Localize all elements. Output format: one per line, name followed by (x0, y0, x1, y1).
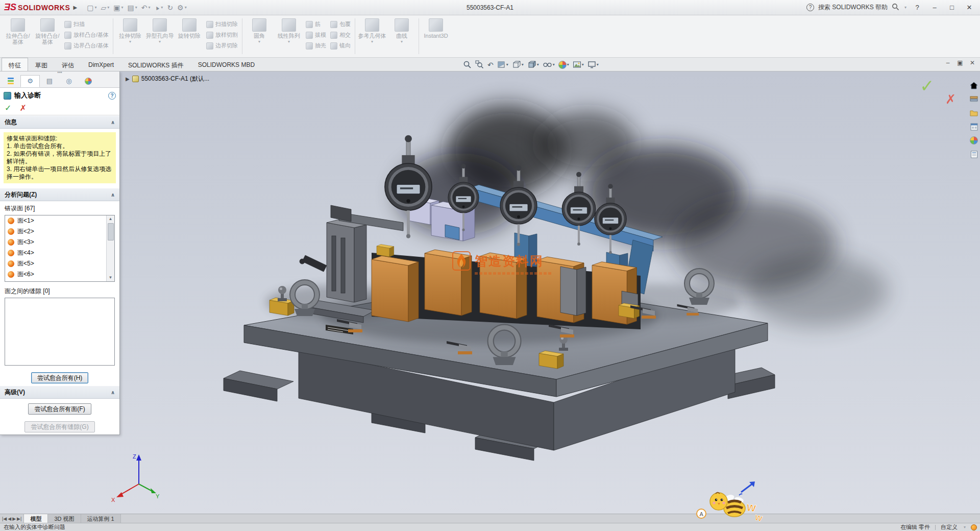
revolved-boss-button[interactable]: 旋转凸台/基体 (33, 17, 62, 56)
face-list-item[interactable]: 面<5> (5, 258, 114, 269)
tab-solidworks-mbd[interactable]: SOLIDWORKS MBD (191, 58, 262, 71)
scroll-down-icon[interactable]: ▼ (109, 274, 113, 281)
save-button[interactable]: ▣▾ (112, 3, 125, 13)
revolved-cut-button[interactable]: 旋转切除 (175, 17, 204, 56)
tab-dimxpert-manager[interactable]: ◎ (59, 75, 79, 88)
home-icon[interactable] (969, 81, 978, 90)
face-list-item[interactable]: 面<3> (5, 237, 114, 248)
view-orientation-button[interactable]: ▾ (511, 60, 525, 69)
graphics-area[interactable]: Z X Y ▶ 55003563-CF-A1 (默认... ✓ ✗ (0, 71, 980, 514)
section-view-button[interactable]: ▾ (496, 60, 509, 69)
section-info[interactable]: 信息 ∧ (0, 115, 119, 129)
view-settings-button[interactable]: ▾ (586, 60, 600, 69)
heal-all-gaps-button[interactable]: 尝试愈合所有缝隙(G) (24, 421, 94, 432)
flyout-tree-node[interactable]: ▶ 55003563-CF-A1 (默认... (126, 75, 209, 83)
face-list-item[interactable]: 面<7> (5, 280, 114, 282)
maximize-button[interactable]: □ (945, 4, 959, 11)
doc-restore-button[interactable]: ▣ (955, 59, 965, 66)
tab-features[interactable]: 特征 (2, 58, 28, 71)
face-list-item[interactable]: 面<2> (5, 226, 114, 237)
display-style-button[interactable]: ▾ (526, 60, 540, 69)
tab-evaluate[interactable]: 评估 (55, 58, 81, 71)
reference-geometry-button[interactable]: 参考几何体▾ (357, 17, 387, 56)
help-icon[interactable]: ? (108, 92, 116, 100)
status-orange-icon[interactable] (971, 524, 977, 530)
view-palette-icon[interactable] (969, 122, 978, 131)
curves-button[interactable]: 曲线▾ (387, 17, 416, 56)
section-analyze[interactable]: 分析问题(Z) ∧ (0, 188, 119, 201)
undo-button[interactable]: ↶▾ (140, 3, 152, 13)
boundary-boss-button[interactable]: 边界凸台/基体 (64, 41, 109, 50)
open-button[interactable]: ▱▾ (99, 3, 111, 13)
confirmation-ok-icon[interactable]: ✓ (920, 76, 935, 96)
print-button[interactable]: ▤▾ (126, 3, 138, 13)
design-library-icon[interactable] (969, 94, 978, 104)
shell-button[interactable]: 抽壳 (306, 41, 326, 50)
extruded-cut-button[interactable]: 拉伸切除▾ (115, 17, 145, 56)
scrollbar-thumb[interactable] (108, 223, 114, 240)
zoom-area-button[interactable] (474, 60, 485, 69)
select-button[interactable]: ▲▾ (153, 3, 164, 13)
customize-menu[interactable]: 自定义 (941, 523, 958, 531)
close-button[interactable]: ✕ (963, 4, 976, 11)
tab-3d-views[interactable]: 3D 视图 (48, 514, 81, 523)
sweep-button[interactable]: 扫描 (64, 20, 109, 29)
expand-arrow-icon[interactable]: ▶ (126, 76, 130, 82)
tab-property-manager[interactable]: ⚙ (20, 75, 40, 88)
prev-tab-icon[interactable]: ◀ (8, 516, 11, 521)
tab-motion-study[interactable]: 运动算例 1 (81, 514, 121, 523)
loft-boss-button[interactable]: 放样凸台/基体 (64, 31, 109, 39)
appearances-icon[interactable] (969, 136, 978, 145)
panel-grip[interactable]: ••• (0, 71, 119, 75)
ok-button[interactable]: ✓ (5, 103, 11, 113)
scroll-up-icon[interactable]: ▲ (109, 215, 113, 223)
edit-appearance-button[interactable]: ▾ (557, 60, 570, 69)
heal-all-faces-button[interactable]: 尝试愈合所有面(F) (28, 403, 91, 415)
first-tab-icon[interactable]: |◀ (2, 516, 7, 521)
tab-model[interactable]: 模型 (24, 514, 48, 523)
gaps-list[interactable] (5, 298, 115, 366)
search-chevron-icon[interactable]: ▾ (904, 5, 906, 10)
linear-pattern-button[interactable]: 线性阵列▾ (274, 17, 304, 56)
options-button[interactable]: ⚙▾ (176, 3, 188, 13)
scrollbar[interactable]: ▲ ▼ (106, 215, 114, 281)
new-file-button[interactable]: ▢▾ (85, 3, 98, 13)
custom-properties-icon[interactable] (969, 150, 978, 159)
face-list-item[interactable]: 面<6> (5, 269, 114, 280)
doc-close-button[interactable]: ✕ (968, 59, 977, 66)
section-advanced[interactable]: 高级(V) ∧ (0, 385, 119, 399)
hide-show-items-button[interactable]: ▾ (542, 60, 556, 69)
boundary-cut-button[interactable]: 边界切除 (206, 41, 238, 50)
mirror-button[interactable]: 镜向 (330, 41, 351, 50)
next-tab-icon[interactable]: ▶ (12, 516, 16, 521)
extruded-boss-button[interactable]: 拉伸凸台/基体 (3, 17, 33, 56)
help-circle-icon[interactable]: ? (806, 4, 814, 11)
file-explorer-icon[interactable] (969, 108, 978, 117)
face-list-item[interactable]: 面<1> (5, 215, 114, 226)
app-help-button[interactable]: ? (911, 4, 924, 11)
heal-all-button[interactable]: 尝试愈合所有(H) (31, 372, 89, 383)
search-icon[interactable] (892, 3, 899, 12)
wrap-button[interactable]: 包覆 (330, 20, 351, 29)
intersect-button[interactable]: 相交 (330, 31, 351, 39)
last-tab-icon[interactable]: ▶| (17, 516, 21, 521)
faulty-faces-list[interactable]: 面<1> 面<2> 面<3> 面<4> 面<5> 面<6> 面<7> ▲ ▼ (5, 215, 115, 282)
rib-button[interactable]: 筋 (306, 20, 326, 29)
tab-feature-manager[interactable] (1, 75, 20, 88)
tab-display-manager[interactable] (79, 75, 98, 88)
hole-wizard-button[interactable]: 异型孔向导▾ (145, 17, 175, 56)
rebuild-button[interactable]: ↻ (165, 3, 175, 13)
tree-node-label[interactable]: 55003563-CF-A1 (默认... (141, 75, 209, 83)
tab-solidworks-addins[interactable]: SOLIDWORKS 插件 (121, 58, 191, 71)
cancel-button[interactable]: ✗ (19, 103, 26, 113)
tab-configuration-manager[interactable]: ▤ (40, 75, 59, 88)
doc-minimize-button[interactable]: – (943, 59, 952, 66)
tab-sketch[interactable]: 草图 (28, 58, 55, 71)
fillet-button[interactable]: 圆角▾ (244, 17, 274, 56)
draft-button[interactable]: 拔模 (306, 31, 326, 39)
previous-view-button[interactable]: ↶ (486, 60, 495, 69)
customize-chevron-icon[interactable]: ▾ (964, 525, 966, 529)
logo-flyout-arrow-icon[interactable]: ▶ (73, 5, 77, 10)
minimize-button[interactable]: – (928, 4, 941, 11)
confirmation-cancel-icon[interactable]: ✗ (945, 92, 956, 107)
